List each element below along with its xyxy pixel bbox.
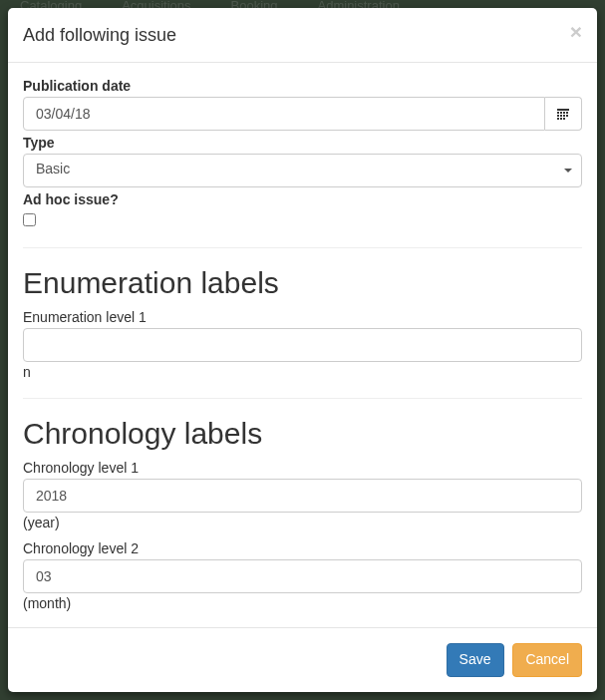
svg-rect-9 xyxy=(557,118,559,120)
adhoc-label: Ad hoc issue? xyxy=(23,191,582,207)
svg-rect-1 xyxy=(557,112,559,114)
adhoc-checkbox[interactable] xyxy=(23,213,36,226)
svg-rect-10 xyxy=(560,118,562,120)
enum-level1-label: Enumeration level 1 xyxy=(23,309,582,325)
enum-level1-helper: n xyxy=(23,364,582,380)
chron-level1-input[interactable] xyxy=(23,479,582,513)
modal-title: Add following issue xyxy=(23,23,176,48)
publication-date-label: Publication date xyxy=(23,78,582,94)
calendar-icon xyxy=(557,109,569,119)
publication-date-input[interactable] xyxy=(23,97,545,131)
svg-rect-5 xyxy=(557,115,559,117)
enumeration-section-title: Enumeration labels xyxy=(23,266,582,299)
chron-level1-helper: (year) xyxy=(23,515,582,530)
chron-level2-input[interactable] xyxy=(23,559,582,593)
publication-date-field: Publication date xyxy=(23,78,582,131)
svg-rect-3 xyxy=(563,112,565,114)
modal-body: Publication date xyxy=(8,63,597,627)
close-button[interactable]: × xyxy=(570,21,582,42)
calendar-button[interactable] xyxy=(545,97,582,131)
type-select[interactable]: Basic xyxy=(23,154,582,187)
modal-footer: Save Cancel xyxy=(8,627,597,692)
svg-rect-0 xyxy=(557,109,569,111)
save-button[interactable]: Save xyxy=(447,643,504,677)
enum-level1-input[interactable] xyxy=(23,328,582,362)
chronology-section-title: Chronology labels xyxy=(23,417,582,450)
modal-header: Add following issue × xyxy=(8,8,597,63)
add-issue-modal: Add following issue × Publication date xyxy=(8,8,597,692)
divider xyxy=(23,247,582,248)
type-field: Type Basic xyxy=(23,135,582,187)
cancel-button[interactable]: Cancel xyxy=(512,643,582,677)
svg-rect-4 xyxy=(566,112,568,114)
svg-rect-8 xyxy=(566,115,568,117)
svg-rect-7 xyxy=(563,115,565,117)
chron-level2-label: Chronology level 2 xyxy=(23,540,582,556)
chron-level2-field: Chronology level 2 (month) xyxy=(23,540,582,611)
adhoc-field: Ad hoc issue? xyxy=(23,191,582,229)
svg-rect-2 xyxy=(560,112,562,114)
enum-level1-field: Enumeration level 1 n xyxy=(23,309,582,380)
svg-rect-11 xyxy=(563,118,565,120)
divider xyxy=(23,398,582,399)
chron-level2-helper: (month) xyxy=(23,595,582,611)
chron-level1-label: Chronology level 1 xyxy=(23,460,582,476)
chron-level1-field: Chronology level 1 (year) xyxy=(23,460,582,530)
type-label: Type xyxy=(23,135,582,151)
svg-rect-6 xyxy=(560,115,562,117)
